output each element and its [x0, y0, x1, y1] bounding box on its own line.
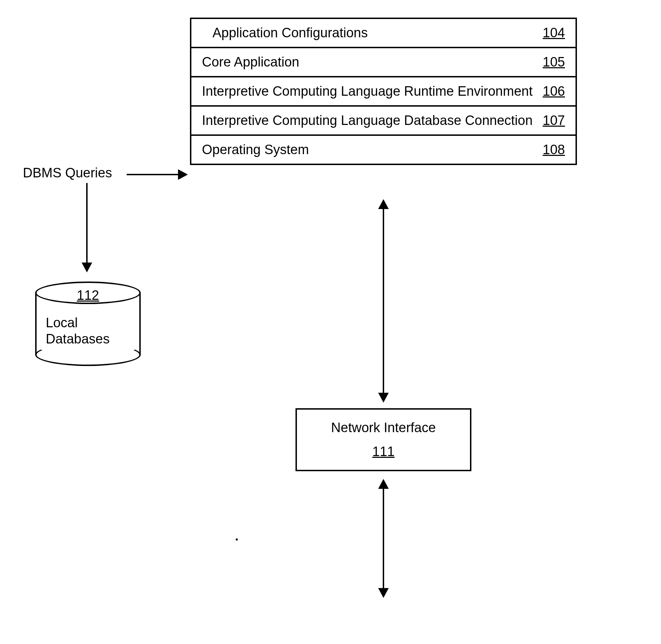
network-ref-num: 111 — [304, 444, 463, 459]
stack-label: Application Configurations — [212, 25, 543, 40]
local-databases-cylinder: 112 Local Databases — [35, 282, 141, 366]
arrow-stack-to-network-icon — [383, 201, 384, 401]
stack-ref-num: 108 — [543, 142, 565, 157]
cylinder-label: Local Databases — [46, 315, 110, 347]
arrow-to-database-icon — [86, 183, 88, 271]
stack-row-runtime-env: Interpretive Computing Language Runtime … — [191, 77, 576, 107]
dbms-queries-label: DBMS Queries — [23, 165, 112, 181]
stack-label: Interpretive Computing Language Runtime … — [202, 84, 543, 99]
stack-label: Operating System — [202, 142, 543, 157]
cylinder-label-line1: Local — [46, 315, 78, 330]
stack-row-operating-system: Operating System 108 — [191, 136, 576, 164]
software-stack: Application Configurations 104 Core Appl… — [190, 18, 577, 165]
arrow-to-stack-icon — [127, 174, 186, 175]
stack-ref-num: 106 — [543, 84, 565, 99]
stack-ref-num: 105 — [543, 55, 565, 70]
stack-ref-num: 107 — [543, 113, 565, 128]
stack-label: Core Application — [202, 55, 543, 70]
stack-ref-num: 104 — [543, 25, 565, 40]
stack-row-app-config: Application Configurations 104 — [191, 19, 576, 48]
dot-mark — [236, 538, 238, 541]
arrow-network-down-icon — [383, 480, 384, 596]
network-label: Network Interface — [304, 420, 463, 435]
stack-row-db-connection: Interpretive Computing Language Database… — [191, 107, 576, 136]
cylinder-label-line2: Databases — [46, 332, 110, 346]
stack-label: Interpretive Computing Language Database… — [202, 113, 543, 128]
cylinder-ref-num: 112 — [35, 288, 141, 303]
network-interface-box: Network Interface 111 — [295, 408, 471, 471]
stack-row-core-app: Core Application 105 — [191, 48, 576, 77]
